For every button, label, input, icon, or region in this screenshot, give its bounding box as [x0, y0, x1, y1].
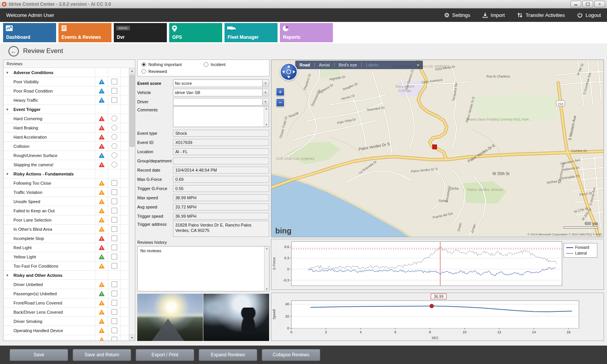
- collapse-map-menu-button[interactable]: «: [413, 62, 423, 68]
- tab-fleet[interactable]: Fleet Manager: [225, 23, 278, 42]
- history-scrollbar[interactable]: ▲▼: [264, 247, 269, 291]
- review-checkbox[interactable]: [111, 226, 117, 232]
- review-item[interactable]: Driver Smoking!: [3, 317, 129, 326]
- review-radio[interactable]: [111, 116, 117, 121]
- map-view-bird-s-eye[interactable]: Bird's eye: [334, 63, 361, 67]
- incident-radio[interactable]: Incident: [204, 62, 265, 67]
- chevron-down-icon[interactable]: ▼: [262, 89, 268, 96]
- logout-button[interactable]: Logout: [577, 12, 601, 18]
- import-button[interactable]: Import: [482, 12, 505, 18]
- review-item[interactable]: Yellow Light!: [3, 252, 129, 261]
- review-item[interactable]: In Other's Blind Area!: [3, 225, 129, 234]
- reviews-history-box[interactable]: No reviews ▲▼: [137, 246, 269, 291]
- event-location-marker[interactable]: [432, 145, 437, 149]
- expand-reviews-button[interactable]: Expand Reviews: [199, 349, 257, 361]
- chevron-down-icon[interactable]: ▼: [262, 99, 268, 105]
- review-item[interactable]: Hard Braking!: [3, 123, 129, 132]
- review-item[interactable]: Too Fast For Conditions!: [3, 261, 129, 271]
- review-item[interactable]: Poor Visibility!: [3, 77, 129, 86]
- chevron-down-icon[interactable]: ▾: [3, 108, 11, 111]
- front-camera-thumbnail[interactable]: [137, 294, 203, 341]
- nothing-important-radio[interactable]: Nothing important: [141, 62, 204, 67]
- review-item[interactable]: Traffic Violation!: [3, 188, 129, 197]
- zoom-out-button[interactable]: −: [276, 98, 284, 107]
- tab-reports[interactable]: Reports: [280, 23, 333, 42]
- review-group[interactable]: ▾Event Trigger: [3, 105, 129, 114]
- review-checkbox[interactable]: [111, 180, 117, 186]
- save-and-return-button[interactable]: Save and Return: [73, 349, 131, 361]
- chevron-down-icon[interactable]: ▾: [3, 172, 11, 176]
- review-checkbox[interactable]: [111, 217, 117, 223]
- review-checkbox[interactable]: [111, 337, 117, 341]
- review-checkbox[interactable]: [111, 245, 117, 250]
- review-checkbox[interactable]: [111, 189, 117, 195]
- scrollbar-thumb[interactable]: [130, 75, 135, 147]
- review-item[interactable]: Heavy Traffic!: [3, 96, 129, 105]
- review-item[interactable]: Front/Road Lens Covered!: [3, 298, 129, 308]
- review-radio[interactable]: [111, 125, 117, 131]
- map-compass-control[interactable]: [280, 63, 298, 81]
- map-view-aerial[interactable]: Aerial: [315, 63, 334, 67]
- textarea-scrollbar[interactable]: ▲▼: [264, 107, 269, 127]
- review-item[interactable]: Failed to Keep an Out!: [3, 206, 129, 215]
- tab-events[interactable]: Events & Reviews: [58, 23, 111, 42]
- review-group[interactable]: ▾Adverse Conditions: [3, 68, 129, 77]
- reviews-scrollbar[interactable]: ▲ ▼: [129, 68, 135, 341]
- tab-dvr[interactable]: IDRIVEDvr: [114, 23, 167, 42]
- minimize-button[interactable]: [570, 1, 581, 7]
- review-item[interactable]: Rough/Uneven Surface!: [3, 151, 129, 160]
- review-item[interactable]: Slapping the camera!!: [3, 160, 129, 169]
- review-checkbox[interactable]: [111, 281, 117, 287]
- transfer-activities-button[interactable]: Transfer Activities: [517, 12, 565, 18]
- chevron-down-icon[interactable]: ▼: [262, 80, 268, 86]
- tab-gps[interactable]: GPS: [169, 23, 222, 42]
- review-checkbox[interactable]: [111, 328, 117, 333]
- review-checkbox[interactable]: [111, 235, 117, 241]
- review-item[interactable]: Operating Handled Device!: [3, 326, 129, 335]
- review-checkbox[interactable]: [111, 79, 117, 84]
- maximize-button[interactable]: [582, 1, 593, 7]
- review-checkbox[interactable]: [111, 208, 117, 213]
- chevron-down-icon[interactable]: ▾: [3, 71, 11, 74]
- review-item[interactable]: Unsafe Speed!: [3, 197, 129, 206]
- review-checkbox[interactable]: [111, 291, 117, 296]
- review-radio[interactable]: [111, 134, 117, 140]
- review-checkbox[interactable]: [111, 97, 117, 103]
- review-item[interactable]: Red Light!: [3, 243, 129, 252]
- collapse-reviews-button[interactable]: Collapse Reviews: [262, 349, 320, 361]
- review-checkbox[interactable]: [111, 88, 117, 94]
- reviewed-radio[interactable]: Reviewed: [141, 69, 204, 74]
- review-item[interactable]: Poor Lane Selection!: [3, 215, 129, 225]
- scroll-up-icon[interactable]: ▲: [129, 68, 135, 74]
- zoom-in-button[interactable]: +: [276, 88, 284, 96]
- review-checkbox[interactable]: [111, 199, 117, 204]
- tab-dashboard[interactable]: Dashboard: [3, 23, 56, 42]
- vehicle-select[interactable]: idrive Van SB▼: [173, 89, 269, 96]
- review-item[interactable]: !: [3, 335, 129, 341]
- review-radio[interactable]: [111, 162, 117, 167]
- review-item[interactable]: Driver Unbelted!: [3, 280, 129, 289]
- driver-camera-thumbnail[interactable]: [203, 294, 269, 341]
- map-canvas[interactable]: EAST RANCHO PALOS VERDESMarymountCollege…: [271, 60, 604, 237]
- map-view-road[interactable]: Road: [295, 63, 314, 67]
- review-radio[interactable]: [111, 152, 117, 158]
- review-item[interactable]: Passenger(s) Unbelted!: [3, 289, 129, 298]
- review-item[interactable]: Hard Cornering!: [3, 114, 129, 123]
- export-print-button[interactable]: Export / Print: [136, 349, 194, 361]
- review-radio[interactable]: [111, 143, 117, 149]
- review-checkbox[interactable]: [111, 263, 117, 269]
- review-checkbox[interactable]: [111, 300, 117, 306]
- review-checkbox[interactable]: [111, 254, 117, 260]
- review-checkbox[interactable]: [111, 309, 117, 315]
- comments-textarea[interactable]: ▲▼: [173, 106, 269, 127]
- review-group[interactable]: ▾Risky Actions - Fundamentals: [3, 169, 129, 179]
- review-item[interactable]: Hard Acceleration!: [3, 132, 129, 142]
- event-score-select[interactable]: No score▼: [173, 79, 269, 87]
- chevron-down-icon[interactable]: ▾: [3, 273, 11, 277]
- settings-button[interactable]: ⚙Settings: [444, 12, 470, 18]
- review-group[interactable]: ▾Risky and Other Actions: [3, 271, 129, 280]
- back-button[interactable]: ←: [8, 46, 19, 56]
- scroll-down-icon[interactable]: ▼: [129, 334, 135, 341]
- review-item[interactable]: Back/Driver Lens Covered!: [3, 308, 129, 317]
- review-item[interactable]: Poor Road Condition!: [3, 86, 129, 96]
